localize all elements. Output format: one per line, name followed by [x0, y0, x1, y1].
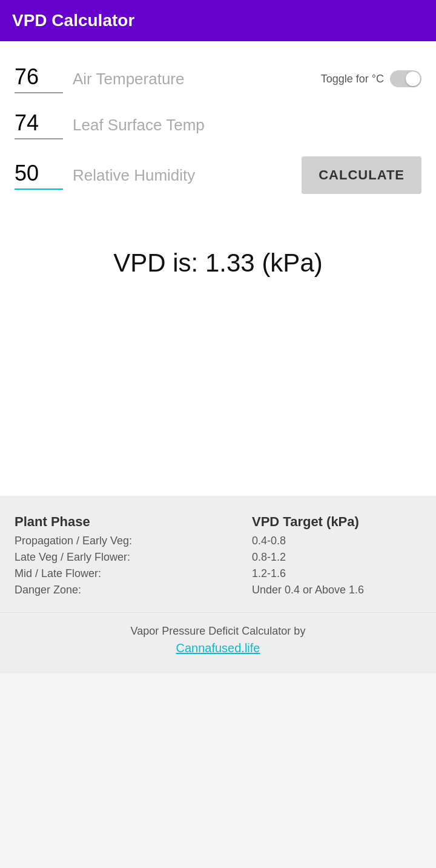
humidity-label: Relative Humidity: [73, 166, 302, 185]
ref-target-value: 1.2-1.6: [252, 567, 286, 579]
leaf-temp-row: Leaf Surface Temp: [15, 99, 421, 145]
calculate-button[interactable]: CALCULATE: [302, 156, 421, 194]
ref-phase-cell: Danger Zone:: [15, 584, 252, 596]
ref-col1-header-cell: Plant Phase: [15, 514, 252, 530]
ref-target-cell: 0.8-1.2: [252, 551, 421, 564]
inputs-section: Air Temperature Toggle for °C Leaf Surfa…: [0, 41, 436, 212]
app-title: VPD Calculator: [12, 11, 134, 30]
ref-phase-label: Late Veg / Early Flower:: [15, 551, 130, 563]
result-text: VPD is: 1.33 (kPa): [113, 249, 322, 277]
spacer: [0, 314, 436, 496]
air-temp-label: Air Temperature: [73, 70, 321, 88]
ref-phase-cell: Propagation / Early Veg:: [15, 535, 252, 547]
ref-col2-header: VPD Target (kPa): [252, 514, 359, 529]
footer: Vapor Pressure Deficit Calculator by Can…: [0, 612, 436, 673]
ref-target-cell: 0.4-0.8: [252, 535, 421, 547]
ref-phase-cell: Late Veg / Early Flower:: [15, 551, 252, 564]
footer-link[interactable]: Cannafused.life: [176, 641, 260, 655]
celsius-toggle[interactable]: [390, 70, 421, 87]
ref-target-value: 0.8-1.2: [252, 551, 286, 563]
ref-row: Danger Zone: Under 0.4 or Above 1.6: [15, 584, 421, 596]
ref-col1-header: Plant Phase: [15, 514, 90, 529]
humidity-input[interactable]: [15, 161, 63, 190]
app-header: VPD Calculator: [0, 0, 436, 41]
celsius-toggle-label: Toggle for °C: [321, 73, 384, 85]
celsius-toggle-container: Toggle for °C: [321, 70, 421, 87]
ref-row: Late Veg / Early Flower: 0.8-1.2: [15, 551, 421, 564]
ref-row: Mid / Late Flower: 1.2-1.6: [15, 567, 421, 580]
air-temp-row: Air Temperature Toggle for °C: [15, 53, 421, 99]
ref-target-value: Under 0.4 or Above 1.6: [252, 584, 364, 596]
humidity-row: Relative Humidity CALCULATE: [15, 145, 421, 200]
ref-target-cell: 1.2-1.6: [252, 567, 421, 580]
leaf-temp-input[interactable]: [15, 110, 63, 139]
reference-section: Plant Phase VPD Target (kPa) Propagation…: [0, 496, 436, 612]
ref-target-value: 0.4-0.8: [252, 535, 286, 547]
ref-phase-cell: Mid / Late Flower:: [15, 567, 252, 580]
ref-phase-label: Danger Zone:: [15, 584, 81, 596]
ref-phase-label: Mid / Late Flower:: [15, 567, 101, 579]
ref-row: Propagation / Early Veg: 0.4-0.8: [15, 535, 421, 547]
leaf-temp-label: Leaf Surface Temp: [73, 116, 421, 135]
reference-table: Plant Phase VPD Target (kPa) Propagation…: [15, 514, 421, 596]
ref-phase-label: Propagation / Early Veg:: [15, 535, 132, 547]
ref-target-cell: Under 0.4 or Above 1.6: [252, 584, 421, 596]
ref-col2-header-cell: VPD Target (kPa): [252, 514, 421, 530]
footer-text: Vapor Pressure Deficit Calculator by: [15, 625, 421, 638]
air-temp-input[interactable]: [15, 64, 63, 93]
ref-header-row: Plant Phase VPD Target (kPa): [15, 514, 421, 530]
ref-rows: Propagation / Early Veg: 0.4-0.8 Late Ve…: [15, 535, 421, 596]
result-section: VPD is: 1.33 (kPa): [0, 212, 436, 314]
